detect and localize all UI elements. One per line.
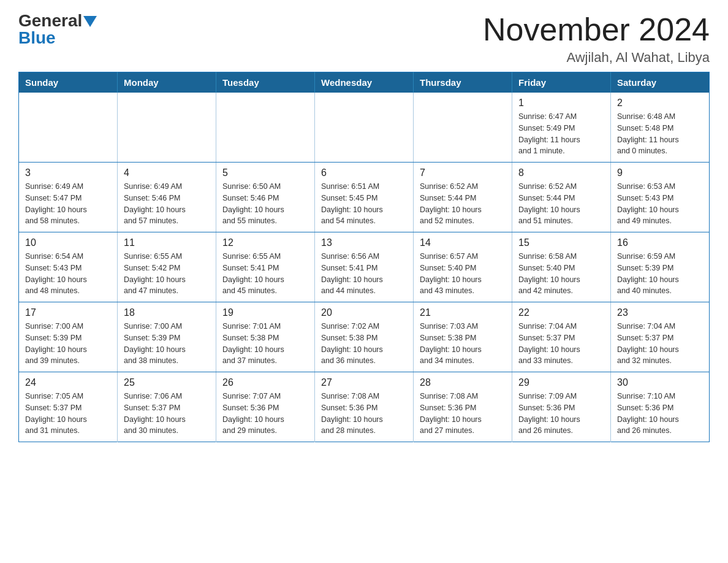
day-info: Sunrise: 7:01 AMSunset: 5:38 PMDaylight:…: [222, 321, 308, 367]
day-number: 8: [518, 167, 604, 178]
day-info: Sunrise: 6:55 AMSunset: 5:41 PMDaylight:…: [222, 251, 308, 297]
day-number: 12: [222, 237, 308, 248]
calendar-cell: 16Sunrise: 6:59 AMSunset: 5:39 PMDayligh…: [611, 232, 710, 302]
day-number: 11: [124, 237, 210, 248]
calendar-cell: 29Sunrise: 7:09 AMSunset: 5:36 PMDayligh…: [512, 372, 611, 442]
day-number: 1: [518, 98, 604, 109]
svg-marker-0: [83, 16, 97, 27]
calendar-cell: 15Sunrise: 6:58 AMSunset: 5:40 PMDayligh…: [512, 232, 611, 302]
calendar-cell: 17Sunrise: 7:00 AMSunset: 5:39 PMDayligh…: [19, 302, 118, 372]
day-info: Sunrise: 6:51 AMSunset: 5:45 PMDaylight:…: [321, 181, 407, 227]
day-info: Sunrise: 7:06 AMSunset: 5:37 PMDaylight:…: [124, 391, 210, 437]
day-number: 29: [518, 377, 604, 388]
title-block: November 2024 Awjilah, Al Wahat, Libya: [483, 12, 710, 66]
day-number: 13: [321, 237, 407, 248]
calendar-table: SundayMondayTuesdayWednesdayThursdayFrid…: [18, 72, 710, 442]
calendar-week-4: 17Sunrise: 7:00 AMSunset: 5:39 PMDayligh…: [19, 302, 710, 372]
day-info: Sunrise: 7:08 AMSunset: 5:36 PMDaylight:…: [420, 391, 506, 437]
day-number: 26: [222, 377, 308, 388]
weekday-header-monday: Monday: [118, 72, 216, 93]
day-info: Sunrise: 6:52 AMSunset: 5:44 PMDaylight:…: [420, 181, 506, 227]
calendar-cell: 1Sunrise: 6:47 AMSunset: 5:49 PMDaylight…: [512, 93, 611, 163]
calendar-cell: 23Sunrise: 7:04 AMSunset: 5:37 PMDayligh…: [611, 302, 710, 372]
calendar-cell: 6Sunrise: 6:51 AMSunset: 5:45 PMDaylight…: [315, 163, 414, 232]
calendar-cell: 19Sunrise: 7:01 AMSunset: 5:38 PMDayligh…: [216, 302, 315, 372]
day-info: Sunrise: 7:10 AMSunset: 5:36 PMDaylight:…: [617, 391, 703, 437]
day-number: 22: [518, 307, 604, 318]
calendar-week-2: 3Sunrise: 6:49 AMSunset: 5:47 PMDaylight…: [19, 163, 710, 232]
day-info: Sunrise: 7:09 AMSunset: 5:36 PMDaylight:…: [518, 391, 604, 437]
calendar-cell: 4Sunrise: 6:49 AMSunset: 5:46 PMDaylight…: [118, 163, 216, 232]
weekday-header-sunday: Sunday: [19, 72, 118, 93]
day-info: Sunrise: 7:00 AMSunset: 5:39 PMDaylight:…: [25, 321, 111, 367]
day-number: 6: [321, 167, 407, 178]
day-info: Sunrise: 7:08 AMSunset: 5:36 PMDaylight:…: [321, 391, 407, 437]
day-number: 14: [420, 237, 506, 248]
calendar-cell: [414, 93, 512, 163]
day-number: 2: [617, 98, 703, 109]
calendar-cell: 3Sunrise: 6:49 AMSunset: 5:47 PMDaylight…: [19, 163, 118, 232]
calendar-cell: 20Sunrise: 7:02 AMSunset: 5:38 PMDayligh…: [315, 302, 414, 372]
calendar-cell: 28Sunrise: 7:08 AMSunset: 5:36 PMDayligh…: [414, 372, 512, 442]
logo-triangle-icon: [83, 16, 97, 27]
calendar-cell: [118, 93, 216, 163]
day-info: Sunrise: 7:03 AMSunset: 5:38 PMDaylight:…: [420, 321, 506, 367]
calendar-cell: 21Sunrise: 7:03 AMSunset: 5:38 PMDayligh…: [414, 302, 512, 372]
calendar-cell: 26Sunrise: 7:07 AMSunset: 5:36 PMDayligh…: [216, 372, 315, 442]
day-info: Sunrise: 6:56 AMSunset: 5:41 PMDaylight:…: [321, 251, 407, 297]
weekday-header-saturday: Saturday: [611, 72, 710, 93]
day-info: Sunrise: 6:52 AMSunset: 5:44 PMDaylight:…: [518, 181, 604, 227]
location-subtitle: Awjilah, Al Wahat, Libya: [483, 50, 710, 66]
calendar-cell: 10Sunrise: 6:54 AMSunset: 5:43 PMDayligh…: [19, 232, 118, 302]
day-info: Sunrise: 6:49 AMSunset: 5:47 PMDaylight:…: [25, 181, 111, 227]
calendar-cell: 22Sunrise: 7:04 AMSunset: 5:37 PMDayligh…: [512, 302, 611, 372]
calendar-cell: 30Sunrise: 7:10 AMSunset: 5:36 PMDayligh…: [611, 372, 710, 442]
day-number: 5: [222, 167, 308, 178]
day-info: Sunrise: 6:57 AMSunset: 5:40 PMDaylight:…: [420, 251, 506, 297]
calendar-cell: 9Sunrise: 6:53 AMSunset: 5:43 PMDaylight…: [611, 163, 710, 232]
day-info: Sunrise: 7:05 AMSunset: 5:37 PMDaylight:…: [25, 391, 111, 437]
day-number: 27: [321, 377, 407, 388]
day-info: Sunrise: 6:55 AMSunset: 5:42 PMDaylight:…: [124, 251, 210, 297]
calendar-cell: 2Sunrise: 6:48 AMSunset: 5:48 PMDaylight…: [611, 93, 710, 163]
weekday-header-wednesday: Wednesday: [315, 72, 414, 93]
day-info: Sunrise: 7:00 AMSunset: 5:39 PMDaylight:…: [124, 321, 210, 367]
logo-general: General: [18, 12, 82, 29]
day-info: Sunrise: 6:59 AMSunset: 5:39 PMDaylight:…: [617, 251, 703, 297]
day-number: 20: [321, 307, 407, 318]
day-info: Sunrise: 6:49 AMSunset: 5:46 PMDaylight:…: [124, 181, 210, 227]
calendar-cell: [315, 93, 414, 163]
calendar-cell: [216, 93, 315, 163]
day-number: 19: [222, 307, 308, 318]
day-number: 7: [420, 167, 506, 178]
calendar-cell: 8Sunrise: 6:52 AMSunset: 5:44 PMDaylight…: [512, 163, 611, 232]
weekday-header-row: SundayMondayTuesdayWednesdayThursdayFrid…: [19, 72, 710, 93]
calendar-cell: 18Sunrise: 7:00 AMSunset: 5:39 PMDayligh…: [118, 302, 216, 372]
day-number: 17: [25, 307, 111, 318]
day-number: 30: [617, 377, 703, 388]
day-number: 25: [124, 377, 210, 388]
calendar-cell: 11Sunrise: 6:55 AMSunset: 5:42 PMDayligh…: [118, 232, 216, 302]
calendar-cell: 7Sunrise: 6:52 AMSunset: 5:44 PMDaylight…: [414, 163, 512, 232]
day-number: 10: [25, 237, 111, 248]
day-number: 9: [617, 167, 703, 178]
calendar-cell: 12Sunrise: 6:55 AMSunset: 5:41 PMDayligh…: [216, 232, 315, 302]
day-number: 16: [617, 237, 703, 248]
day-number: 28: [420, 377, 506, 388]
calendar-cell: 5Sunrise: 6:50 AMSunset: 5:46 PMDaylight…: [216, 163, 315, 232]
calendar-cell: 13Sunrise: 6:56 AMSunset: 5:41 PMDayligh…: [315, 232, 414, 302]
day-number: 15: [518, 237, 604, 248]
calendar-cell: [19, 93, 118, 163]
day-info: Sunrise: 6:48 AMSunset: 5:48 PMDaylight:…: [617, 111, 703, 157]
calendar-week-3: 10Sunrise: 6:54 AMSunset: 5:43 PMDayligh…: [19, 232, 710, 302]
weekday-header-friday: Friday: [512, 72, 611, 93]
calendar-week-1: 1Sunrise: 6:47 AMSunset: 5:49 PMDaylight…: [19, 93, 710, 163]
calendar-cell: 14Sunrise: 6:57 AMSunset: 5:40 PMDayligh…: [414, 232, 512, 302]
day-info: Sunrise: 7:04 AMSunset: 5:37 PMDaylight:…: [617, 321, 703, 367]
weekday-header-thursday: Thursday: [414, 72, 512, 93]
day-info: Sunrise: 7:07 AMSunset: 5:36 PMDaylight:…: [222, 391, 308, 437]
page-header: General Blue November 2024 Awjilah, Al W…: [18, 12, 710, 66]
day-number: 4: [124, 167, 210, 178]
day-info: Sunrise: 6:47 AMSunset: 5:49 PMDaylight:…: [518, 111, 604, 157]
day-info: Sunrise: 6:50 AMSunset: 5:46 PMDaylight:…: [222, 181, 308, 227]
